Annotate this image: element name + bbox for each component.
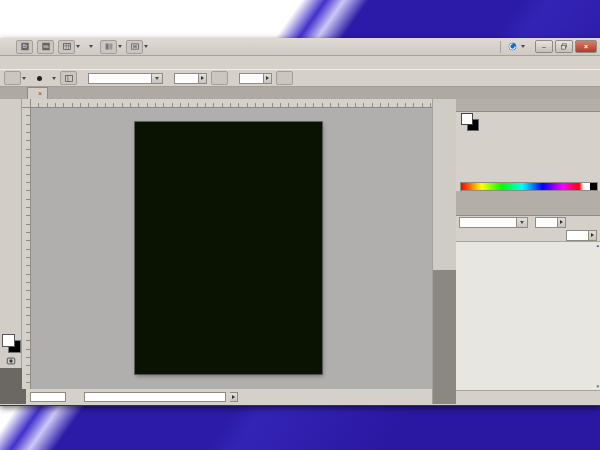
photoshop-window: Br Mb – × xyxy=(0,38,600,406)
opacity-value xyxy=(174,73,199,84)
document-canvas[interactable] xyxy=(135,122,322,374)
layer-fill-control[interactable] xyxy=(566,230,597,241)
toggle-brush-panel-button[interactable] xyxy=(60,71,77,85)
tool-options-bar xyxy=(0,69,600,87)
colors-panel-tabbar xyxy=(456,99,600,112)
vertical-ruler[interactable] xyxy=(22,107,31,389)
mode-value xyxy=(88,73,152,84)
status-bar xyxy=(0,389,432,404)
chevron-down-icon xyxy=(118,45,122,48)
bokeh-artwork xyxy=(135,122,322,374)
spinner-button[interactable] xyxy=(589,230,597,241)
divider xyxy=(500,41,501,53)
lock-transparency-icon[interactable] xyxy=(461,231,470,240)
chevron-down-icon xyxy=(52,77,56,80)
layers-blend-row xyxy=(456,215,600,229)
layer-list: ▴ ▾ xyxy=(456,242,600,390)
flow-control[interactable] xyxy=(239,73,272,84)
chevron-down-icon xyxy=(144,45,148,48)
arrange-documents-button[interactable] xyxy=(100,40,122,54)
status-options-button[interactable] xyxy=(230,392,238,402)
lock-all-icon[interactable] xyxy=(494,231,503,240)
right-panel-column: ▴ ▾ xyxy=(456,99,600,404)
tool-preset-picker[interactable] xyxy=(4,71,26,85)
foreground-color-swatch[interactable] xyxy=(461,113,473,125)
chevron-down-icon xyxy=(89,45,93,48)
spinner-button[interactable] xyxy=(199,73,207,84)
flow-value xyxy=(239,73,264,84)
layer-blend-mode-select[interactable] xyxy=(459,217,528,228)
chevron-down-icon xyxy=(22,77,26,80)
tablet-pressure-icon[interactable] xyxy=(276,71,293,85)
launch-mini-bridge-button[interactable]: Mb xyxy=(37,40,54,54)
lock-pixels-icon[interactable] xyxy=(472,231,481,240)
airbrush-icon[interactable] xyxy=(211,71,228,85)
screen-mode-button[interactable] xyxy=(126,40,148,54)
layer-opacity-control[interactable] xyxy=(535,217,566,228)
zoom-level-control[interactable] xyxy=(84,43,96,50)
quick-mask-button[interactable] xyxy=(4,355,18,366)
minimize-button[interactable]: – xyxy=(535,40,553,53)
color-spectrum-ramp[interactable] xyxy=(460,182,598,191)
status-zoom-field[interactable] xyxy=(30,392,66,402)
application-bar: Br Mb – × xyxy=(0,38,600,56)
layer-opacity-value xyxy=(535,217,558,228)
svg-text:Br: Br xyxy=(22,44,27,49)
canvas-area xyxy=(22,99,432,389)
panel-color-swatches xyxy=(461,113,479,131)
view-extras-button[interactable] xyxy=(58,40,80,54)
color-swatches xyxy=(2,334,20,352)
horizontal-ruler[interactable] xyxy=(30,99,432,108)
chevron-down-icon xyxy=(76,45,80,48)
layer-fill-value xyxy=(566,230,589,241)
dock-filler xyxy=(433,270,457,404)
ruler-corner xyxy=(22,99,31,108)
lock-position-icon[interactable] xyxy=(483,231,492,240)
spinner-button[interactable] xyxy=(264,73,272,84)
close-button[interactable]: × xyxy=(575,40,597,53)
dropdown-button[interactable] xyxy=(152,73,163,84)
scroll-up-arrow[interactable]: ▴ xyxy=(596,243,599,248)
status-doc-size xyxy=(84,392,226,402)
status-clock-icon xyxy=(70,392,80,402)
svg-text:Mb: Mb xyxy=(43,44,49,49)
restore-button[interactable] xyxy=(555,40,573,53)
layers-panel-bottom-bar xyxy=(456,390,600,404)
cs-live-button[interactable] xyxy=(508,42,525,51)
status-corner-filler xyxy=(0,389,26,404)
foreground-color-swatch[interactable] xyxy=(2,334,15,347)
window-controls: – × xyxy=(535,40,597,53)
tools-panel xyxy=(0,99,22,404)
document-tab[interactable]: × xyxy=(27,87,48,99)
chevron-down-icon xyxy=(521,45,525,48)
blend-mode-value xyxy=(459,217,517,228)
opacity-control[interactable] xyxy=(174,73,207,84)
scroll-down-arrow[interactable]: ▾ xyxy=(596,384,599,389)
blend-mode-select[interactable] xyxy=(88,73,163,84)
brush-tool-icon xyxy=(4,71,21,85)
brush-preset-picker[interactable] xyxy=(30,71,48,85)
spinner-button[interactable] xyxy=(558,217,566,228)
close-tab-icon[interactable]: × xyxy=(38,90,42,97)
launch-bridge-button[interactable]: Br xyxy=(16,40,33,54)
dropdown-button[interactable] xyxy=(517,217,528,228)
cs-live-icon xyxy=(508,42,517,51)
brush-tip-preview xyxy=(37,76,42,81)
panel-dock xyxy=(432,99,456,404)
desktop-background: Br Mb – × xyxy=(0,0,600,450)
menu-bar xyxy=(0,56,600,69)
layers-lock-row xyxy=(456,229,600,242)
